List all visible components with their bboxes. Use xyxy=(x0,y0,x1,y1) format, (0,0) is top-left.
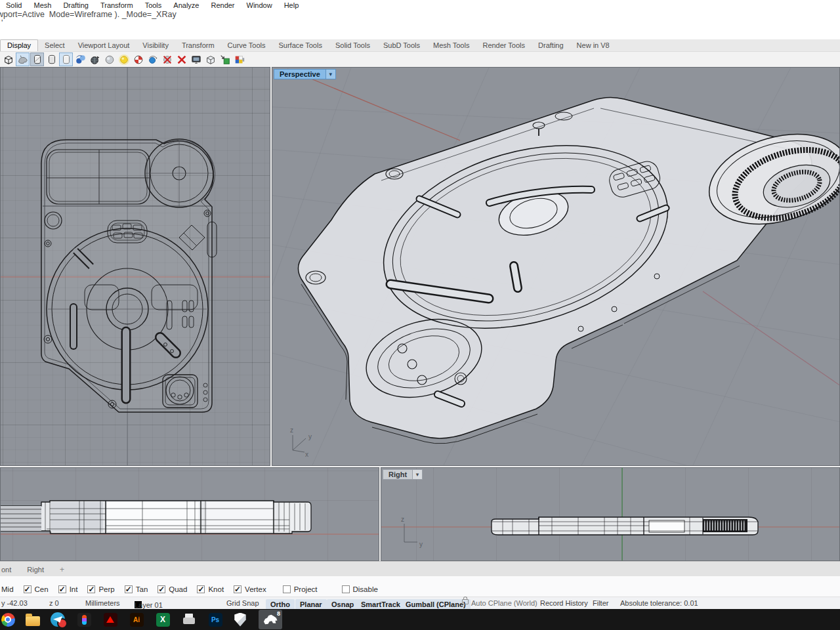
viewport-tab-front[interactable]: ont xyxy=(0,566,19,574)
perspective-viewport-label[interactable]: Perspective ▾ xyxy=(274,69,336,79)
osnap-tan-checkbox[interactable] xyxy=(125,585,133,593)
osnap-project-checkbox[interactable] xyxy=(283,585,291,593)
units-indicator[interactable]: Millimeters xyxy=(85,599,120,607)
tab-select[interactable]: Select xyxy=(38,40,72,51)
add-viewport-tab-button[interactable]: + xyxy=(52,565,72,574)
render-globe-icon[interactable] xyxy=(88,52,102,66)
monitor-display-icon[interactable] xyxy=(189,52,203,66)
auto-cplane-indicator[interactable]: Auto CPlane (World) xyxy=(471,599,537,607)
tab-visibility[interactable]: Visibility xyxy=(136,40,175,51)
perspective-viewport[interactable]: z y x Perspective ▾ xyxy=(272,67,840,466)
acrobat-taskbar-icon[interactable] xyxy=(101,610,119,629)
tab-surface-tools[interactable]: Surface Tools xyxy=(272,40,328,51)
osnap-project[interactable]: Project xyxy=(283,585,318,593)
osnap-disable-checkbox[interactable] xyxy=(342,585,350,593)
menu-help[interactable]: Help xyxy=(278,1,305,9)
osnap-vertex-checkbox[interactable] xyxy=(234,585,242,593)
filter-toggle[interactable]: Filter xyxy=(593,599,608,607)
perspective-wireframe[interactable]: z y x xyxy=(272,68,840,466)
windows-security-taskbar-icon[interactable] xyxy=(231,610,249,629)
osnap-mid[interactable]: Mid xyxy=(1,585,14,593)
front-view-wireframe[interactable] xyxy=(1,468,379,561)
ortho-toggle[interactable]: Ortho xyxy=(266,599,295,610)
menu-transform[interactable]: Transform xyxy=(94,1,139,9)
tab-drafting[interactable]: Drafting xyxy=(532,40,570,51)
osnap-cen[interactable]: Cen xyxy=(24,585,49,593)
gumball-toggle[interactable]: Gumball (CPlane) xyxy=(401,599,471,610)
cylinder-xray-mode-icon[interactable] xyxy=(30,52,44,66)
osnap-tan[interactable]: Tan xyxy=(125,585,148,593)
excel-taskbar-icon[interactable]: X xyxy=(154,610,172,629)
telegram-taskbar-icon[interactable] xyxy=(49,610,67,629)
figma-taskbar-icon[interactable] xyxy=(75,610,93,629)
osnap-vertex[interactable]: Vertex xyxy=(234,585,266,593)
tab-new-in-v8[interactable]: New in V8 xyxy=(570,40,616,51)
front-viewport[interactable] xyxy=(0,467,379,561)
cube-outline-icon[interactable] xyxy=(203,52,217,66)
tab-render-tools[interactable]: Render Tools xyxy=(476,40,532,51)
top-viewport[interactable] xyxy=(0,67,270,466)
osnap-perp[interactable]: Perp xyxy=(87,585,114,593)
osnap-toggle[interactable]: Osnap xyxy=(327,599,358,610)
rhino-taskbar-icon[interactable]: 8 xyxy=(259,610,282,629)
wireframe-box-icon[interactable] xyxy=(1,52,15,66)
viewport-menu-arrow-icon[interactable]: ▾ xyxy=(326,69,336,79)
texture-sphere-off-icon[interactable] xyxy=(160,52,174,66)
menu-analyze[interactable]: Analyze xyxy=(167,1,205,9)
file-explorer-taskbar-icon[interactable] xyxy=(24,610,42,629)
perspective-label-text[interactable]: Perspective xyxy=(274,69,326,79)
part-perspective[interactable] xyxy=(298,97,840,443)
material-sphere-icon[interactable] xyxy=(146,52,159,66)
osnap-int[interactable]: Int xyxy=(58,585,78,593)
menu-render[interactable]: Render xyxy=(205,1,240,9)
rhino-shaded-mode-icon[interactable] xyxy=(16,52,30,66)
right-viewport[interactable]: z y Right ▾ xyxy=(381,467,840,561)
printer-taskbar-icon[interactable] xyxy=(180,610,198,629)
top-view-wireframe[interactable] xyxy=(1,68,270,466)
menu-window[interactable]: Window xyxy=(241,1,278,9)
osnap-knot-checkbox[interactable] xyxy=(197,585,205,593)
texture-off-x-icon[interactable] xyxy=(175,52,188,66)
color-grid-icon[interactable] xyxy=(232,52,246,66)
osnap-perp-checkbox[interactable] xyxy=(87,585,95,593)
menu-solid[interactable]: Solid xyxy=(0,1,28,9)
part-top-view[interactable] xyxy=(41,139,217,412)
command-prompt[interactable]: ' xyxy=(1,18,3,28)
osnap-int-checkbox[interactable] xyxy=(58,585,66,593)
tab-curve-tools[interactable]: Curve Tools xyxy=(221,40,272,51)
right-label-text[interactable]: Right xyxy=(383,469,413,480)
osnap-disable[interactable]: Disable xyxy=(342,585,378,593)
rotate-view-spheres-icon[interactable] xyxy=(74,52,87,66)
photoshop-taskbar-icon[interactable]: Ps xyxy=(206,610,224,629)
tab-display[interactable]: Display xyxy=(0,39,38,51)
command-history[interactable]: wport=Active Mode=Wireframe ). _Mode=_XR… xyxy=(0,10,840,40)
viewport-menu-arrow-icon[interactable]: ▾ xyxy=(413,469,423,480)
record-history-toggle[interactable]: Record History xyxy=(540,599,588,607)
osnap-quad-checkbox[interactable] xyxy=(158,585,165,593)
tab-transform[interactable]: Transform xyxy=(175,40,221,51)
viewport-tab-right[interactable]: Right xyxy=(19,566,52,574)
osnap-cen-checkbox[interactable] xyxy=(24,585,32,593)
cylinder-shaded-mode-icon[interactable] xyxy=(45,52,58,66)
tab-solid-tools[interactable]: Solid Tools xyxy=(329,40,377,51)
osnap-knot[interactable]: Knot xyxy=(197,585,224,593)
tab-mesh-tools[interactable]: Mesh Tools xyxy=(427,40,476,51)
illustrator-taskbar-icon[interactable]: Ai xyxy=(127,610,146,629)
chrome-taskbar-icon[interactable] xyxy=(0,610,17,629)
cplane-target-icon[interactable] xyxy=(131,52,145,66)
menu-tools[interactable]: Tools xyxy=(139,1,168,9)
menu-mesh[interactable]: Mesh xyxy=(28,1,57,9)
tab-subd-tools[interactable]: SubD Tools xyxy=(377,40,427,51)
planar-toggle[interactable]: Planar xyxy=(295,599,327,610)
right-viewport-label[interactable]: Right ▾ xyxy=(383,469,423,480)
smarttrack-toggle[interactable]: SmartTrack xyxy=(356,599,405,610)
rendered-sphere-icon[interactable] xyxy=(117,52,131,66)
cube-export-icon[interactable] xyxy=(218,52,232,66)
osnap-quad[interactable]: Quad xyxy=(158,585,187,593)
cylinder-ghosted-mode-icon[interactable] xyxy=(59,52,73,66)
menu-drafting[interactable]: Drafting xyxy=(57,1,94,9)
tab-viewport-layout[interactable]: Viewport Layout xyxy=(72,40,136,51)
right-view-wireframe[interactable]: z y xyxy=(381,468,840,561)
shaded-sphere-icon[interactable] xyxy=(102,52,116,66)
grid-snap-toggle[interactable]: Grid Snap xyxy=(226,599,259,607)
